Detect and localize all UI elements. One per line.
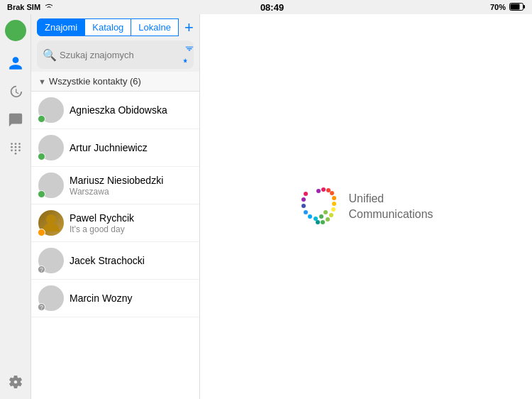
- svg-point-4: [14, 143, 16, 145]
- sidebar-item-contacts[interactable]: [5, 53, 26, 74]
- contact-name: Agnieszka Obidowska: [70, 104, 192, 116]
- svg-point-13: [46, 102, 56, 111]
- svg-rect-2: [523, 5, 525, 9]
- svg-point-31: [316, 189, 321, 193]
- svg-point-30: [321, 187, 326, 192]
- user-avatar[interactable]: [5, 20, 26, 41]
- contact-name: Artur Juchniewicz: [70, 142, 192, 153]
- uc-line2: Communications: [348, 207, 433, 222]
- contact-info: Jacek Strachocki: [70, 255, 192, 266]
- svg-point-33: [331, 207, 336, 212]
- list-item[interactable]: ? Jacek Strachocki: [31, 242, 199, 280]
- contact-info: Agnieszka Obidowska: [70, 104, 192, 116]
- svg-point-15: [46, 177, 56, 187]
- status-indicator: [38, 115, 45, 123]
- svg-point-12: [14, 153, 16, 155]
- sidebar-item-dialpad[interactable]: [5, 138, 26, 159]
- list-item[interactable]: Pawel Rychcik It's a good day: [31, 204, 199, 242]
- contacts-panel: Znajomi Katalog Lokalne + 🔍 ▼ Wszystkie …: [31, 14, 200, 399]
- search-bar: 🔍: [37, 40, 194, 69]
- svg-point-17: [46, 252, 56, 262]
- avatar: [38, 135, 64, 160]
- avatar: ?: [38, 285, 64, 311]
- time-label: 08:49: [260, 2, 284, 13]
- tab-lokalne[interactable]: Lokalne: [131, 18, 179, 36]
- tab-bar: Znajomi Katalog Lokalne +: [37, 18, 194, 36]
- uc-line1: Unified: [348, 191, 433, 207]
- list-item[interactable]: Artur Juchniewicz: [31, 129, 199, 167]
- svg-point-34: [329, 213, 333, 217]
- avatar: [38, 210, 64, 236]
- svg-point-32: [332, 202, 336, 206]
- svg-point-24: [314, 217, 318, 221]
- svg-point-28: [330, 191, 334, 195]
- sidebar-item-settings[interactable]: [5, 371, 26, 392]
- sidebar-item-history[interactable]: [5, 81, 26, 102]
- svg-point-9: [11, 149, 13, 151]
- uc-dots-graphic: [299, 185, 341, 228]
- group-label: Wszystkie kontakty (6): [49, 76, 141, 87]
- contact-list: Agnieszka Obidowska Artur Juchniewicz: [31, 92, 199, 399]
- svg-point-37: [316, 220, 320, 224]
- svg-point-10: [14, 149, 16, 151]
- content-area: Unified Communications: [200, 14, 532, 399]
- svg-point-16: [46, 214, 56, 224]
- search-input[interactable]: [60, 50, 179, 60]
- status-indicator: [38, 229, 45, 236]
- status-indicator: ?: [38, 266, 45, 273]
- carrier-label: Brak SIM: [7, 3, 40, 11]
- svg-point-20: [301, 197, 306, 202]
- wifi-icon: [44, 3, 54, 11]
- uc-text: Unified Communications: [348, 191, 433, 223]
- avatar: [38, 97, 64, 123]
- contacts-header: Znajomi Katalog Lokalne + 🔍: [31, 14, 199, 72]
- svg-point-23: [308, 214, 312, 219]
- svg-point-26: [323, 210, 328, 214]
- svg-point-19: [304, 192, 308, 196]
- avatar: [38, 173, 64, 198]
- svg-point-29: [326, 188, 331, 192]
- status-indicator: ?: [38, 303, 45, 311]
- list-item[interactable]: ? Marcin Wozny: [31, 280, 199, 317]
- list-item[interactable]: Mariusz Niesiobedzki Warszawa: [31, 167, 199, 204]
- status-left: Brak SIM: [7, 3, 54, 11]
- svg-point-6: [11, 146, 13, 148]
- svg-point-8: [18, 146, 21, 148]
- svg-point-3: [11, 143, 13, 145]
- svg-point-7: [14, 146, 16, 148]
- filter-icon[interactable]: [184, 43, 194, 66]
- contact-name: Pawel Rychcik: [70, 212, 192, 224]
- contact-name: Jacek Strachocki: [70, 255, 192, 266]
- contact-info: Marcin Wozny: [70, 293, 192, 304]
- svg-point-36: [321, 220, 325, 224]
- tab-znajomi[interactable]: Znajomi: [37, 18, 85, 36]
- sidebar-item-chat[interactable]: [5, 109, 26, 131]
- avatar: ?: [38, 248, 64, 273]
- svg-point-27: [332, 196, 336, 200]
- svg-point-18: [46, 290, 56, 300]
- svg-rect-1: [510, 4, 519, 9]
- contact-info: Artur Juchniewicz: [70, 142, 192, 153]
- status-bar: Brak SIM 08:49 70%: [0, 0, 532, 14]
- svg-point-11: [18, 149, 21, 151]
- battery-icon: [509, 3, 525, 12]
- svg-point-5: [18, 143, 21, 145]
- tab-katalog[interactable]: Katalog: [85, 18, 131, 36]
- svg-point-22: [304, 210, 308, 214]
- battery-label: 70%: [490, 3, 506, 11]
- status-indicator: [38, 153, 45, 160]
- add-contact-button[interactable]: +: [184, 20, 194, 35]
- uc-logo: Unified Communications: [299, 185, 433, 228]
- chevron-icon: ▼: [38, 77, 46, 86]
- svg-point-21: [301, 204, 306, 208]
- contact-name: Marcin Wozny: [70, 293, 192, 304]
- list-item[interactable]: Agnieszka Obidowska: [31, 92, 199, 129]
- svg-point-14: [46, 139, 56, 149]
- contact-sub: It's a good day: [70, 224, 192, 234]
- contact-name: Mariusz Niesiobedzki: [70, 175, 192, 186]
- left-sidebar: [0, 14, 31, 399]
- group-header[interactable]: ▼ Wszystkie kontakty (6): [31, 72, 199, 92]
- search-icon: 🔍: [43, 48, 57, 62]
- status-indicator: [38, 190, 45, 198]
- contact-info: Mariusz Niesiobedzki Warszawa: [70, 175, 192, 197]
